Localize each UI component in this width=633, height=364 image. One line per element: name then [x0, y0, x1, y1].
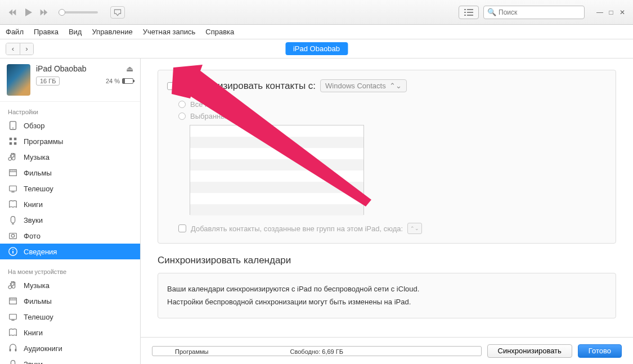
sidebar-item-info[interactable]: Сведения: [0, 244, 140, 259]
menu-bar: Файл Правка Вид Управление Учетная запис…: [0, 25, 633, 39]
sync-contacts-label: Синхронизировать контакты с:: [179, 80, 316, 92]
sidebar-item-movies[interactable]: Фильмы: [0, 165, 140, 181]
back-button[interactable]: ‹: [6, 43, 20, 55]
chevron-updown-icon: ⌃⌄: [389, 82, 402, 90]
sidebar-item-books[interactable]: Книги: [0, 196, 140, 212]
playback-controls: [6, 6, 125, 19]
sync-button[interactable]: Синхронизировать: [487, 344, 572, 358]
storage-bar: Программы Свободно: 6,69 ГБ: [152, 346, 482, 356]
tv-icon: [8, 183, 18, 194]
groups-list[interactable]: [190, 125, 364, 215]
sidebar-item-books[interactable]: Книги: [0, 325, 140, 340]
music-icon: [8, 280, 18, 290]
storage-free-label: Свободно: 6,69 ГБ: [290, 347, 343, 356]
contacts-panel: Синхронизировать контакты с: Windows Con…: [158, 70, 616, 244]
sidebar-item-label: Книги: [24, 200, 43, 209]
sidebar-item-music[interactable]: Музыка: [0, 149, 140, 165]
svg-point-24: [12, 249, 14, 250]
sidebar-item-tones[interactable]: Звуки: [0, 212, 140, 228]
menu-help[interactable]: Справка: [205, 28, 234, 36]
menu-edit[interactable]: Правка: [34, 28, 59, 36]
radio-all-contacts[interactable]: [178, 101, 186, 108]
menu-controls[interactable]: Управление: [92, 28, 132, 36]
sidebar-item-apps[interactable]: Программы: [0, 133, 140, 149]
radio-all-label: Все контакты: [190, 100, 235, 109]
sidebar-item-tv[interactable]: Телешоу: [0, 309, 140, 325]
sidebar-item-label: Телешоу: [24, 313, 53, 321]
sidebar: iPad Obaobab ⏏ 16 ГБ 24 % Настройки Обзо…: [0, 59, 141, 364]
contacts-provider-value: Windows Contacts: [325, 82, 386, 90]
svg-rect-1: [467, 9, 473, 10]
device-tab[interactable]: iPad Obaobab: [285, 42, 348, 55]
menu-view[interactable]: Вид: [69, 28, 82, 36]
sidebar-item-label: Программы: [24, 137, 63, 146]
maximize-button[interactable]: □: [606, 8, 616, 17]
done-button[interactable]: Готово: [578, 344, 622, 358]
volume-slider[interactable]: [59, 11, 98, 14]
close-button[interactable]: ✕: [617, 8, 627, 17]
sidebar-item-audiobooks[interactable]: Аудиокниги: [0, 340, 140, 356]
sync-contacts-checkbox[interactable]: [167, 82, 175, 90]
prev-button[interactable]: [6, 6, 19, 19]
radio-selected-label: Выбранные группы: [190, 112, 255, 120]
sidebar-item-photos[interactable]: Фото: [0, 228, 140, 244]
svg-rect-2: [464, 12, 466, 13]
add-outside-label: Добавлять контакты, созданные вне групп …: [191, 224, 403, 233]
tv-icon: [8, 312, 18, 322]
menu-file[interactable]: Файл: [6, 28, 24, 36]
settings-section-title: Настройки: [0, 106, 140, 118]
sidebar-item-movies[interactable]: Фильмы: [0, 293, 140, 309]
info-icon: [8, 246, 18, 257]
add-outside-dropdown[interactable]: ⌃⌄: [407, 223, 422, 234]
battery-icon: [122, 78, 133, 84]
audiobooks-icon: [8, 343, 18, 353]
photos-icon: [8, 231, 18, 241]
list-view-button[interactable]: [459, 6, 479, 19]
calendars-line2: Настройки беспроводной синхронизации мог…: [167, 295, 607, 308]
svg-rect-30: [10, 314, 17, 320]
menu-account[interactable]: Учетная запись: [143, 28, 196, 36]
add-outside-checkbox[interactable]: [178, 224, 186, 232]
svg-rect-8: [10, 138, 12, 141]
svg-point-7: [12, 128, 14, 129]
sidebar-item-label: Фильмы: [24, 297, 52, 305]
music-icon: [8, 152, 18, 162]
sidebar-item-tv[interactable]: Телешоу: [0, 181, 140, 196]
content-area: Синхронизировать контакты с: Windows Con…: [141, 59, 633, 364]
chevron-updown-icon: ⌃⌄: [410, 226, 419, 231]
svg-rect-9: [14, 138, 17, 141]
contacts-provider-dropdown[interactable]: Windows Contacts ⌃⌄: [320, 79, 407, 92]
search-input[interactable]: 🔍: [483, 6, 585, 19]
apps-icon: [8, 136, 18, 146]
search-icon: 🔍: [487, 8, 496, 16]
sidebar-item-label: Книги: [24, 329, 43, 337]
play-button[interactable]: [21, 6, 35, 19]
minimize-button[interactable]: —: [595, 8, 605, 17]
sidebar-item-label: Сведения: [24, 248, 57, 256]
eject-icon[interactable]: ⏏: [126, 64, 133, 73]
sidebar-item-label: Телешоу: [24, 185, 53, 193]
sidebar-item-tones[interactable]: Звуки: [0, 356, 140, 364]
battery-indicator: 24 %: [106, 78, 133, 84]
sidebar-item-summary[interactable]: Обзор: [0, 118, 140, 133]
device-header: iPad Obaobab ⏏ 16 ГБ 24 %: [0, 59, 140, 102]
next-button[interactable]: [37, 6, 51, 19]
svg-rect-3: [467, 12, 473, 13]
movies-icon: [8, 168, 18, 178]
capacity-badge: 16 ГБ: [36, 77, 60, 86]
search-field[interactable]: [499, 8, 581, 16]
sidebar-item-label: Звуки: [24, 360, 43, 365]
forward-button[interactable]: ›: [20, 43, 33, 55]
battery-pct-label: 24 %: [106, 78, 120, 84]
calendars-line1: Ваши календари синхронизируются с iPad п…: [167, 282, 607, 295]
sidebar-item-label: Звуки: [24, 216, 43, 224]
top-toolbar: 🔍 — □ ✕: [0, 0, 633, 25]
airplay-button[interactable]: [110, 6, 125, 19]
svg-rect-5: [467, 15, 473, 16]
sidebar-item-label: Фото: [24, 232, 41, 240]
sidebar-item-music[interactable]: Музыка: [0, 277, 140, 293]
svg-point-21: [11, 234, 14, 237]
sidebar-item-label: Фильмы: [24, 169, 52, 177]
radio-selected-groups[interactable]: [178, 113, 186, 120]
svg-rect-32: [10, 349, 11, 352]
